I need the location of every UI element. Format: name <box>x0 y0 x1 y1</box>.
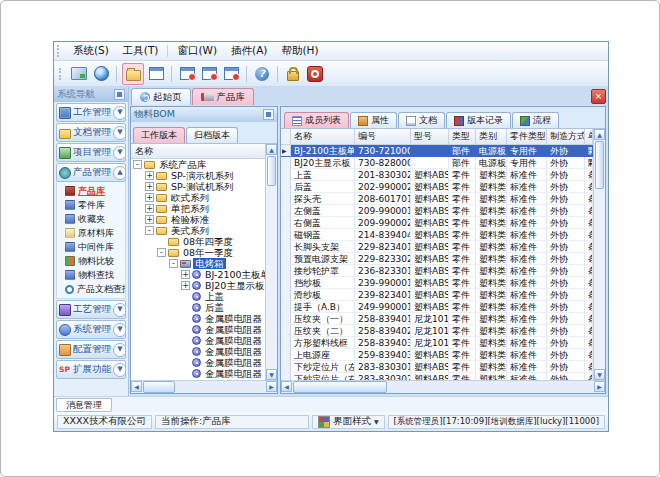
row-selector[interactable] <box>281 361 291 373</box>
scroll-right-icon[interactable]: ▶ <box>594 381 605 392</box>
table-row[interactable]: 提手（A.B）249-990001-01I塑料ABS零件塑料类标准件外协条 <box>281 301 593 313</box>
tree-node[interactable]: -电烤箱 <box>131 258 265 269</box>
row-selector[interactable] <box>281 373 291 380</box>
table-row[interactable]: 方形塑料线框258-839403-00I尼龙1010零件塑料类标准件外协条 <box>281 337 593 349</box>
menu-item[interactable]: 系统(S) <box>66 44 116 58</box>
tab-flow[interactable]: 流程 <box>512 112 559 128</box>
tree-node[interactable]: +检验标准 <box>131 214 265 225</box>
scrollbar-track[interactable] <box>176 381 266 393</box>
collapse-minus-icon[interactable]: - <box>169 259 178 268</box>
column-header[interactable]: 类别 <box>476 129 507 144</box>
scrollbar-track[interactable] <box>266 187 277 369</box>
scroll-left-icon[interactable]: ◀ <box>131 381 142 392</box>
table-row[interactable]: 滑纱板239-823401-00I塑料ABS零件塑料类标准件外协条 <box>281 289 593 301</box>
sidebar-item-part-lib[interactable]: 零件库 <box>57 198 125 212</box>
scroll-down-icon[interactable]: ▼ <box>594 369 605 380</box>
tree-horizontal-scrollbar[interactable]: ◀ ▶ <box>131 380 277 393</box>
window-layout-button[interactable] <box>146 64 166 84</box>
table-row[interactable]: 下纱定位片（右）283-830302-00I塑料ABS零件塑料类标准件外协条 <box>281 373 593 380</box>
row-selector[interactable] <box>281 229 291 241</box>
close-tab-icon[interactable]: × <box>591 89 606 104</box>
sidebar-item-raw-material-lib[interactable]: 原材料库 <box>57 226 125 240</box>
expand-plus-icon[interactable]: + <box>181 270 190 279</box>
scroll-up-icon[interactable]: ▲ <box>266 144 277 155</box>
row-selector[interactable] <box>281 349 291 361</box>
table-row[interactable]: 预置电源支架229-823302-00I塑料ABS零件塑料类标准件外协条 <box>281 253 593 265</box>
expand-plus-icon[interactable]: + <box>145 193 154 202</box>
sidebar-item-product-lib[interactable]: 产品库 <box>57 184 125 198</box>
scroll-left-icon[interactable]: ◀ <box>281 381 292 392</box>
chevron-down-icon[interactable]: ▼ <box>113 106 126 120</box>
tree-node[interactable]: 金属膜电阻器 <box>131 313 265 324</box>
sidebar-section-document[interactable]: 文档管理▼ <box>56 123 126 142</box>
expand-plus-icon[interactable]: + <box>181 281 190 290</box>
sidebar-item-material-search[interactable]: 物料查找 <box>57 268 125 282</box>
ui-style-selector[interactable]: 界面样式 ▼ <box>312 415 385 429</box>
scroll-up-icon[interactable]: ▲ <box>594 129 605 140</box>
row-selector[interactable] <box>281 217 291 229</box>
tree-node[interactable]: +单把系列 <box>131 203 265 214</box>
table-horizontal-scrollbar[interactable]: ◀ ▶ <box>281 380 605 393</box>
table-row[interactable]: 接纱轮护罩236-823301-00I塑料ABS零件塑料类标准件外协条 <box>281 265 593 277</box>
web-button[interactable] <box>91 64 111 84</box>
table-row[interactable]: 长脚头支架229-823401-00I塑料ABS零件塑料类标准件外协条 <box>281 241 593 253</box>
scrollbar-track[interactable] <box>388 381 594 393</box>
pin-icon[interactable] <box>263 109 274 120</box>
row-selector[interactable]: ▶ <box>281 145 291 157</box>
column-header[interactable]: 类型 <box>449 129 476 144</box>
sidebar-item-material-compare[interactable]: 物料比较 <box>57 254 125 268</box>
menu-item[interactable]: 窗口(W) <box>170 44 224 58</box>
table-row[interactable]: 上电源座259-839403-00I塑料ABS零件塑料类标准件外协条 <box>281 349 593 361</box>
sidebar-section-project[interactable]: 项目管理▼ <box>56 143 126 162</box>
table-row[interactable]: 左侧盖209-990001-01I塑料ABS零件塑料类标准件外协条 <box>281 205 593 217</box>
chevron-down-icon[interactable]: ▼ <box>113 146 126 160</box>
tab-property[interactable]: 属性 <box>350 112 397 128</box>
row-selector[interactable] <box>281 181 291 193</box>
tree-node[interactable]: 金属膜电阻器 <box>131 368 265 379</box>
column-header[interactable]: 编号 <box>355 129 411 144</box>
expand-plus-icon[interactable]: + <box>145 171 154 180</box>
collapse-minus-icon[interactable]: - <box>133 160 142 169</box>
scrollbar-thumb[interactable] <box>595 141 604 189</box>
tree-node[interactable]: -系统产品库 <box>131 159 265 170</box>
table-row[interactable]: 挡纱板239-990001-01I塑料ABS零件塑料类标准件外协条 <box>281 277 593 289</box>
column-header[interactable]: 型号 <box>411 129 449 144</box>
row-selector[interactable] <box>281 337 291 349</box>
tree-node[interactable]: 金属膜电阻器 <box>131 335 265 346</box>
sidebar-section-product[interactable]: 产品管理▲ <box>56 163 126 182</box>
row-selector[interactable] <box>281 265 291 277</box>
table-row[interactable]: 压纹夹（二）258-839402-00I尼龙1010零件塑料类标准件外协条 <box>281 325 593 337</box>
scrollbar-track[interactable] <box>594 190 605 369</box>
tree-node[interactable]: +SP-测试机系列 <box>131 181 265 192</box>
scroll-down-icon[interactable]: ▼ <box>266 369 277 380</box>
row-selector[interactable] <box>281 325 291 337</box>
expand-plus-icon[interactable]: + <box>145 204 154 213</box>
tab-version-record[interactable]: 版本记录 <box>446 112 511 128</box>
tab-version[interactable]: 工作版本 <box>133 127 185 143</box>
tab-start-page[interactable]: 起始页 <box>131 88 191 105</box>
scroll-right-icon[interactable]: ▶ <box>266 381 277 392</box>
row-selector[interactable] <box>281 313 291 325</box>
scrollbar-thumb[interactable] <box>143 381 175 393</box>
tree-node[interactable]: 金属膜电阻器 <box>131 346 265 357</box>
sidebar-section-process[interactable]: 工艺管理▼ <box>56 300 126 319</box>
tree-node[interactable]: 金属膜电阻器 <box>131 357 265 368</box>
chevron-down-icon[interactable]: ▼ <box>113 323 126 337</box>
column-header[interactable]: 单位 <box>585 129 593 144</box>
tree-node[interactable]: +BJ20主显示板 <box>131 280 265 291</box>
chevron-up-icon[interactable]: ▲ <box>113 166 126 180</box>
row-selector[interactable] <box>281 289 291 301</box>
tree-node[interactable]: +SP-演示机系列 <box>131 170 265 181</box>
sidebar-item-product-doc-search[interactable]: 产品文档查找 <box>57 282 125 296</box>
expand-plus-icon[interactable]: + <box>145 215 154 224</box>
table-row[interactable]: 后盖202-990002-01I塑料ABS零件塑料类标准件外协条 <box>281 181 593 193</box>
sidebar-section-system[interactable]: 系统管理▼ <box>56 320 126 339</box>
table-row[interactable]: 上盖201-830302-00I塑料ABS零件塑料类标准件外协条 <box>281 169 593 181</box>
pin-icon[interactable] <box>114 89 125 100</box>
tree-node[interactable]: +欧式系列 <box>131 192 265 203</box>
chevron-down-icon[interactable]: ▼ <box>113 343 126 357</box>
tree-node[interactable]: 后盖 <box>131 302 265 313</box>
sidebar-section-work[interactable]: 工作管理▼ <box>56 103 126 122</box>
lock-button[interactable] <box>283 64 303 84</box>
sidebar-section-config[interactable]: 配置管理▼ <box>56 340 126 359</box>
